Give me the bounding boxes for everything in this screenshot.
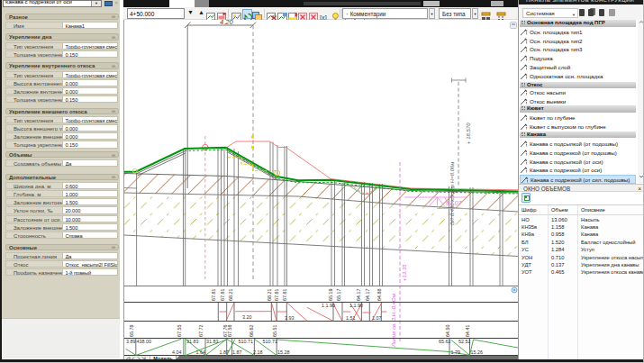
svg-text:ВЛ 0.400 кВ Зпр Н=8.06м: ВЛ 0.400 кВ Зпр Н=8.06м [449,162,455,225]
svg-text:68.21: 68.21 [267,289,272,302]
svg-text:67.81: 67.81 [211,289,216,302]
svg-text:3.89: 3.89 [126,339,136,344]
svg-text:1.87: 1.87 [232,349,242,355]
svg-text:67.81: 67.81 [282,289,287,302]
svg-text:510.71: 510.71 [263,339,278,344]
svg-text:15.26: 15.26 [471,349,484,355]
svg-text:+ 18.570: + 18.570 [466,123,471,144]
svg-text:67.81: 67.81 [274,289,279,302]
svg-text:66.62: 66.62 [249,325,254,338]
svg-text:3.20: 3.20 [242,314,252,320]
svg-text:65.17: 65.17 [336,289,341,302]
svg-text:15.28: 15.28 [277,349,290,355]
svg-text:67.81: 67.81 [220,289,225,302]
svg-text:52.52: 52.52 [458,339,471,344]
svg-text:64.17: 64.17 [356,289,361,302]
svg-text:65.62: 65.62 [439,339,451,344]
svg-text:3.93: 3.93 [285,315,295,321]
svg-text:438.00: 438.00 [137,339,152,344]
svg-text:63.07: 63.07 [446,200,463,206]
svg-text:31.83: 31.83 [206,339,219,344]
svg-text:64.88: 64.88 [376,289,382,302]
svg-text:65.78: 65.78 [129,325,134,338]
svg-text:67.72: 67.72 [198,325,204,338]
svg-text:1.64: 1.64 [196,349,206,355]
svg-text:1.07: 1.07 [372,315,382,321]
svg-text:1.79: 1.79 [451,349,461,355]
svg-text:64.17: 64.17 [365,289,370,302]
svg-text:67.58: 67.58 [227,325,232,338]
svg-text:+13.35: +13.35 [402,264,407,281]
svg-text:68.21: 68.21 [228,289,233,302]
svg-text:64.41: 64.41 [465,325,470,338]
svg-text:65.51: 65.51 [272,325,277,338]
svg-text:31.83: 31.83 [186,339,199,344]
svg-text:510.71: 510.71 [239,339,254,344]
svg-text:64.50: 64.50 [445,325,450,338]
svg-text:67.55: 67.55 [177,325,182,338]
svg-text:1.87: 1.87 [220,349,230,355]
svg-text:1.1.90: 1.1.90 [322,303,335,308]
svg-text:65.19: 65.19 [328,289,333,302]
svg-text:4.04: 4.04 [172,349,182,355]
svg-text:4.20: 4.20 [220,20,233,26]
svg-text:2.18: 2.18 [253,349,263,355]
svg-text:1.51: 1.51 [346,315,356,321]
svg-text:1.1.90: 1.1.90 [349,303,363,308]
